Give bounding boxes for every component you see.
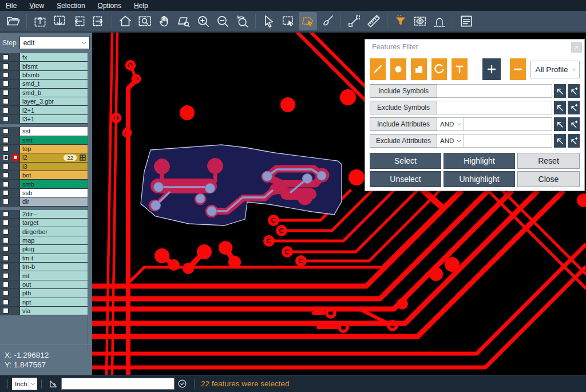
select-button[interactable]: Select	[370, 153, 441, 169]
layer-visibility-checkbox[interactable]	[0, 210, 11, 218]
unselect-button[interactable]: Unselect	[370, 171, 441, 187]
layer-row-bfsmb[interactable]: bfsmb	[0, 71, 88, 80]
layer-row-sst[interactable]: sst	[0, 127, 88, 136]
select-cursor-button[interactable]	[260, 12, 278, 30]
layer-row-fx[interactable]: fx	[0, 53, 88, 62]
filter-arc-button[interactable]	[431, 58, 448, 80]
layer-row-bfsmt[interactable]: bfsmt	[0, 62, 88, 70]
profile-select[interactable]: All Profile	[530, 61, 580, 78]
command-input[interactable]	[61, 378, 175, 390]
layer-visibility-checkbox[interactable]	[0, 106, 11, 114]
layer-row-smt[interactable]: smt	[0, 136, 88, 145]
layer-row-dir[interactable]: dir	[0, 197, 88, 206]
unit-select[interactable]: Inch	[12, 378, 37, 390]
layer-visibility-checkbox[interactable]	[0, 171, 11, 179]
layer-row-bot[interactable]: bot	[0, 171, 88, 180]
zoom-polygon-button[interactable]	[175, 12, 193, 30]
include-symbols-input[interactable]	[437, 84, 552, 98]
menu-item-selection[interactable]: Selection	[57, 2, 85, 10]
layer-row-l2+1[interactable]: l2+1	[0, 106, 88, 114]
exclude-attributes-button[interactable]: Exclude Attributes	[370, 134, 437, 148]
zoom-previous-button[interactable]	[233, 12, 251, 30]
filter-text-button[interactable]	[452, 58, 468, 80]
exclude-attributes-input[interactable]	[464, 134, 552, 148]
pick-add-attribute-button[interactable]	[568, 134, 580, 148]
layer-row-smd_t[interactable]: smd_t	[0, 80, 88, 88]
layer-visibility-checkbox[interactable]	[0, 180, 11, 188]
step-select[interactable]: edit	[19, 36, 90, 49]
zoom-in-button[interactable]	[194, 12, 212, 30]
layer-row-target[interactable]: target	[0, 219, 88, 227]
layer-visibility-checkbox[interactable]	[0, 53, 11, 61]
pan-right-button[interactable]	[89, 12, 108, 30]
layer-visibility-checkbox[interactable]	[0, 127, 11, 135]
reset-button[interactable]: Reset	[517, 153, 580, 169]
exclude-symbols-input[interactable]	[437, 101, 552, 114]
include-attributes-button[interactable]: Include Attributes	[370, 117, 437, 131]
polygon-select-button[interactable]	[299, 12, 317, 30]
pick-attribute-button[interactable]	[554, 117, 566, 131]
rectangle-select-button[interactable]	[279, 12, 298, 30]
layer-row-l2[interactable]: l222	[0, 153, 88, 162]
menu-item-view[interactable]: View	[29, 2, 44, 10]
layer-row-via[interactable]: via	[0, 307, 88, 315]
layer-visibility-checkbox[interactable]	[0, 263, 11, 271]
layer-row-tm-t[interactable]: tm-t	[0, 254, 88, 263]
pick-attribute-button[interactable]	[554, 134, 566, 148]
filter-surface-button[interactable]	[411, 58, 427, 80]
layer-row-smd_b[interactable]: smd_b	[0, 89, 88, 97]
layer-visibility-checkbox[interactable]	[0, 153, 11, 161]
layer-row-2dir--[interactable]: 2dir--	[0, 210, 88, 219]
menu-item-options[interactable]: Options	[98, 2, 121, 10]
layer-visibility-checkbox[interactable]	[0, 271, 11, 279]
layer-visibility-checkbox[interactable]	[0, 219, 11, 227]
exclude-symbols-button[interactable]: Exclude Symbols	[370, 101, 437, 114]
pan-left-button[interactable]	[70, 12, 88, 30]
ruler-button[interactable]	[365, 12, 383, 30]
corner-angle-icon[interactable]	[48, 378, 59, 389]
layer-row-ssb[interactable]: ssb	[0, 189, 88, 197]
unhighlight-button[interactable]: Unhighlight	[444, 171, 515, 187]
filter-line-button[interactable]	[370, 58, 386, 80]
layer-row-top[interactable]: top	[0, 145, 88, 153]
pick-add-symbol-button[interactable]	[568, 84, 580, 98]
layer-visibility-checkbox[interactable]	[0, 298, 11, 306]
exclude-attributes-operator-select[interactable]: AND	[437, 134, 464, 148]
layer-visibility-checkbox[interactable]	[0, 227, 11, 235]
layer-visibility-checkbox[interactable]	[0, 307, 11, 315]
layer-visibility-checkbox[interactable]	[0, 62, 11, 70]
layer-visibility-checkbox[interactable]	[0, 236, 11, 244]
filter-pad-button[interactable]	[390, 58, 406, 80]
layer-row-map[interactable]: map	[0, 236, 88, 245]
home-view-button[interactable]	[116, 12, 134, 30]
close-button[interactable]: Close	[517, 171, 580, 187]
layer-visibility-checkbox[interactable]	[0, 115, 11, 123]
layer-visibility-checkbox[interactable]	[0, 136, 11, 144]
layer-row-plug[interactable]: plug	[0, 245, 88, 254]
layer-visibility-checkbox[interactable]	[0, 254, 11, 262]
highlight-button[interactable]: Highlight	[444, 153, 515, 169]
layer-row-l3+1[interactable]: l3+1	[0, 115, 88, 124]
filter-remove-button[interactable]	[510, 58, 526, 80]
open-file-button[interactable]	[4, 12, 22, 30]
zoom-window-button[interactable]	[136, 12, 154, 30]
layer-row-pth[interactable]: pth	[0, 289, 88, 298]
layer-row-dirgerber[interactable]: dirgerber	[0, 227, 88, 236]
layer-visibility-checkbox[interactable]	[0, 97, 11, 105]
layer-row-out[interactable]: out	[0, 280, 88, 289]
include-attributes-operator-select[interactable]: AND	[437, 117, 464, 131]
layer-visibility-checkbox[interactable]	[0, 245, 11, 253]
pick-add-attribute-button[interactable]	[568, 117, 580, 131]
menu-item-help[interactable]: Help	[134, 2, 148, 10]
include-attributes-input[interactable]	[464, 117, 552, 131]
layer-visibility-checkbox[interactable]	[0, 189, 11, 197]
layer-visibility-checkbox[interactable]	[0, 163, 11, 171]
layer-row-layer_3.gbr[interactable]: layer_3.gbr	[0, 97, 88, 106]
filter-add-button[interactable]	[482, 58, 500, 80]
layer-visibility-checkbox[interactable]	[0, 145, 11, 153]
measure-points-button[interactable]	[345, 12, 363, 30]
layer-visibility-checkbox[interactable]	[0, 80, 11, 88]
pan-down-button[interactable]	[50, 12, 69, 30]
layer-scrollbar[interactable]	[88, 53, 92, 351]
pan-hand-button[interactable]	[155, 12, 173, 30]
